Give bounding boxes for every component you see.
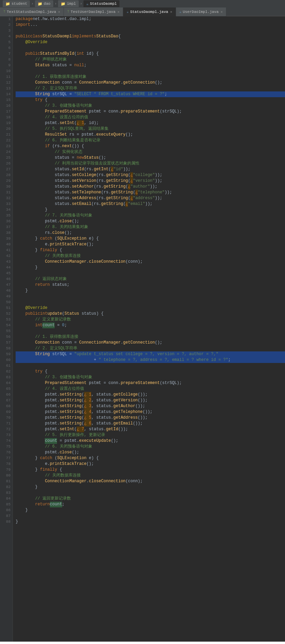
- tab-userdaoimpl[interactable]: ☕ UserDaoImpl.java ✕: [176, 7, 227, 16]
- code-line-34: }: [16, 207, 285, 213]
- code-line-7: public Status findById(int id) {: [16, 51, 285, 57]
- code-line-87: [16, 513, 285, 519]
- code-line-74: count = pstmt.executeUpdate();: [16, 438, 285, 444]
- code-line-30: status.setAuthor(rs.getString(¿ "author"…: [16, 184, 285, 190]
- code-line-81: ConnectionManager.closeConnection(conn);: [16, 478, 285, 484]
- breadcrumb-impl[interactable]: 📁 impl: [58, 0, 78, 7]
- code-line-26: // 利用当前记录字段值去设置状态对象的属性: [16, 161, 285, 167]
- tab-statusdaompl[interactable]: ☕ StatusDaompl.java ✕: [123, 7, 176, 16]
- code-line-28: status.setCollege(rs.getString(¿ "colleg…: [16, 172, 285, 178]
- code-line-16: // 3. 创建预备语句对象: [16, 103, 285, 109]
- code-line-25: status = new Status();: [16, 155, 285, 161]
- file-tabs: T TextStatusDaoImpl.java ✕ T TestUserDao…: [0, 7, 285, 16]
- code-line-29: status.setVersion(rs.getString(¿ "versio…: [16, 178, 285, 184]
- code-line-41: } finally {: [16, 247, 285, 253]
- close-tab-4[interactable]: ✕: [221, 10, 223, 14]
- code-line-4: public class StatusDaompl implements Sta…: [16, 34, 285, 39]
- code-line-6: [16, 45, 285, 51]
- code-line-44: }: [16, 265, 285, 271]
- code-line-17: PreparedStatement pstmt = conn.prepareSt…: [16, 109, 285, 115]
- code-line-3: [16, 28, 285, 34]
- code-line-61: [16, 363, 285, 369]
- code-line-10: [16, 68, 285, 74]
- code-line-70: pstmt.setString(¿ 5, status.getAddress()…: [16, 415, 285, 421]
- code-line-51: @Override: [16, 305, 285, 311]
- code-line-54: int count = 0;: [16, 323, 285, 328]
- code-line-64: PreparedStatement pstmt = conn.prepareSt…: [16, 380, 285, 386]
- code-line-38: rs.close();: [16, 230, 285, 236]
- code-line-31: status.setTelephone(rs.getString(¿ "tele…: [16, 190, 285, 195]
- code-line-14: String strSQL = "SELECT * FROM t_status …: [16, 91, 285, 97]
- code-line-79: } finally {: [16, 467, 285, 473]
- code-line-9: Status status = null;: [16, 63, 285, 68]
- code-line-88: }: [16, 519, 285, 525]
- close-tab-1[interactable]: ✕: [58, 10, 60, 14]
- code-line-49: [16, 294, 285, 299]
- code-line-63: // 3. 创建预备语句对象: [16, 375, 285, 380]
- code-line-57: Connection conn = ConnectionManager.getC…: [16, 340, 285, 346]
- code-line-55: [16, 328, 285, 334]
- code-line-46: // 返回状态对象: [16, 276, 285, 282]
- code-line-20: // 5. 执行SQL查询, 返回结果集: [16, 126, 285, 132]
- code-area[interactable]: package net.hw.student.dao.impl;import .…: [13, 16, 285, 642]
- code-line-65: // 4. 设置占位符值: [16, 386, 285, 392]
- title-bar: 📁 student › 📁 dao › 📁 impl › ☕ StatusDao…: [0, 0, 285, 7]
- editor: 1234567891011121314151617181920212223242…: [0, 16, 285, 642]
- code-line-47: return status;: [16, 282, 285, 288]
- code-line-18: // 4. 设置占位符的值: [16, 115, 285, 120]
- code-line-2: import ...: [16, 22, 285, 28]
- close-tab-3[interactable]: ✕: [170, 10, 172, 14]
- tab-textstatusdaoimpl[interactable]: T TextStatusDaoImpl.java ✕: [0, 7, 64, 16]
- code-line-37: // 8. 关闭结果集对象: [16, 224, 285, 230]
- code-line-77: } catch (SQLException e) {: [16, 455, 285, 461]
- line-numbers: 1234567891011121314151617181920212223242…: [0, 16, 13, 642]
- code-line-68: pstmt.setString(¿ 3, status.getAuthor())…: [16, 403, 285, 409]
- code-line-83: [16, 490, 285, 496]
- code-line-22: // 6. 判断结果集是否有记录: [16, 138, 285, 143]
- code-line-59: String strSQL = "update t_status set col…: [16, 351, 285, 357]
- code-line-73: // 5. 执行更新操作, 更新记录: [16, 432, 285, 438]
- code-line-36: pstmt.close();: [16, 219, 285, 224]
- code-line-24: // 实例化状态: [16, 149, 285, 155]
- code-line-27: status.setId(rs.getInt(¿ "id"));: [16, 167, 285, 172]
- code-line-71: pstmt.setString(¿ 6, status.getEmail());: [16, 421, 285, 427]
- code-line-13: // 2. 定义SQL字符串: [16, 86, 285, 91]
- breadcrumb-dao[interactable]: 📁 dao: [35, 0, 53, 7]
- code-line-1: package net.hw.student.dao.impl;: [16, 16, 285, 22]
- code-line-8: // 声明状态对象: [16, 57, 285, 63]
- code-line-75: // 6. 关闭预备语句对象: [16, 444, 285, 450]
- code-line-5: @Override: [16, 39, 285, 45]
- code-line-21: ResultSet rs = pstmt.executeQuery();: [16, 132, 285, 138]
- code-line-60: + " telephone = ?, address = ?, email = …: [16, 357, 285, 363]
- code-line-72: pstmt.setInt(¿ 7, status.getId());: [16, 427, 285, 432]
- code-line-84: // 返回更新记录数: [16, 496, 285, 502]
- code-line-80: // 关闭数据库连接: [16, 473, 285, 478]
- code-line-11: // 1. 获取数据库连接对象: [16, 74, 285, 80]
- code-line-40: e.printStackTrace();: [16, 242, 285, 247]
- code-line-58: // 2. 定义SQL字符串: [16, 346, 285, 351]
- code-line-67: pstmt.setString(¿ 2, status.getVersion()…: [16, 398, 285, 403]
- code-line-12: Connection conn = ConnectionManager.getC…: [16, 80, 285, 86]
- tab-testuserdaoimpl[interactable]: T TestUserDaoImpl.java ✕: [64, 7, 123, 16]
- code-line-62: try {: [16, 369, 285, 375]
- code-line-48: }: [16, 288, 285, 294]
- code-line-66: pstmt.setString(¿ 1, status.getCollege()…: [16, 392, 285, 398]
- code-line-76: pstmt.close();: [16, 450, 285, 455]
- code-line-53: // 定义更新记录数: [16, 317, 285, 323]
- code-line-35: // 7. 关闭预备语句对象: [16, 213, 285, 219]
- code-line-33: status.setEmail(rs.getString(¿ "email"))…: [16, 201, 285, 207]
- code-line-82: }: [16, 484, 285, 490]
- code-line-56: // 1. 获得数据库连接: [16, 334, 285, 340]
- code-line-69: pstmt.setString(¿ 4, status.getTelephone…: [16, 409, 285, 415]
- code-line-23: if (rs.next()) {: [16, 143, 285, 149]
- code-line-50: [16, 299, 285, 305]
- close-tab-2[interactable]: ✕: [117, 10, 119, 14]
- code-line-32: status.setAddress(rs.getString(¿ "addres…: [16, 195, 285, 201]
- code-line-85: return count;: [16, 502, 285, 507]
- code-line-42: // 关闭数据库连接: [16, 253, 285, 259]
- code-line-86: }: [16, 507, 285, 513]
- breadcrumb-statusdaompl[interactable]: ☕ StatusDaompl: [83, 0, 119, 7]
- code-line-39: } catch (SQLException e) {: [16, 236, 285, 242]
- code-line-52: public int update(Status status) {: [16, 311, 285, 317]
- breadcrumb-student[interactable]: 📁 student: [3, 0, 30, 7]
